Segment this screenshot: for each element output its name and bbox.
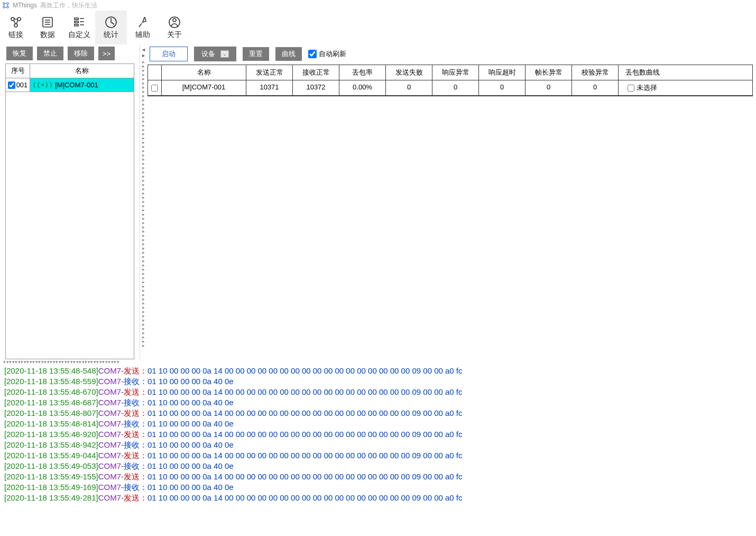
log-panel[interactable]: [2020-11-18 13:55:48-548]COM7-发送：01 10 0…	[0, 365, 756, 534]
toolbar-custom-label: 自定义	[68, 30, 90, 40]
log-direction: 发送：	[124, 472, 147, 481]
stats-row-checkbox[interactable]	[151, 85, 158, 92]
svg-point-1	[7, 3, 9, 5]
stats-row-sendok: 10371	[246, 80, 293, 95]
log-hex: 01 10 00 00 00 0a 40 0e	[147, 377, 234, 386]
vertical-splitter[interactable]: ◂ ▸ ▸▸▸▸▸▸▸▸▸▸▸▸▸▸▸▸▸▸▸▸▸▸▸▸▸▸▸▸▸▸▸▸▸▸▸▸…	[140, 44, 146, 359]
log-line: [2020-11-18 13:55:48-814]COM7-接收：01 10 0…	[4, 419, 752, 429]
stats-row-sendfail: 0	[386, 80, 432, 95]
stats-row-curve: 未选择	[637, 83, 657, 93]
log-direction: 发送：	[124, 493, 147, 502]
device-row-seq-cell: 001	[6, 78, 30, 92]
log-port: COM7-	[98, 430, 124, 439]
device-row-seq: 001	[16, 81, 28, 89]
toolbar-data[interactable]: 数据	[32, 11, 63, 44]
log-hex: 01 10 00 00 00 0a 14 00 00 00 00 00 00 0…	[147, 430, 463, 439]
toolbar-stats[interactable]: 统计	[95, 11, 127, 44]
log-hex: 01 10 00 00 00 0a 14 00 00 00 00 00 00 0…	[147, 408, 463, 417]
device-dropdown[interactable]: 设备 ⌄	[194, 47, 236, 61]
toolbar-assist[interactable]: 辅助	[127, 11, 159, 44]
restore-button[interactable]: 恢复	[6, 47, 33, 60]
start-button[interactable]: 启动	[150, 47, 188, 61]
toolbar-custom[interactable]: 自定义	[63, 11, 95, 44]
toolbar-stats-label: 统计	[104, 30, 118, 40]
signal-icon: ((•))	[32, 81, 53, 89]
log-line: [2020-11-18 13:55:48-807]COM7-发送：01 10 0…	[4, 408, 752, 419]
log-timestamp: [2020-11-18 13:55:48-687]	[4, 398, 98, 407]
log-line: [2020-11-18 13:55:48-920]COM7-发送：01 10 0…	[4, 429, 752, 440]
svg-rect-10	[75, 24, 78, 26]
forbid-button[interactable]: 禁止	[37, 47, 63, 60]
log-direction: 发送：	[124, 366, 147, 375]
log-port: COM7-	[98, 419, 124, 428]
main-toolbar: 链接 数据 自定义 统计 辅助 关于	[0, 11, 756, 44]
splitter-grip-icon: ▾ ▾ ▾ ▾ ▾ ▾ ▾ ▾ ▾ ▾ ▾ ▾ ▾ ▾ ▾ ▾ ▾ ▾ ▾ ▾ …	[3, 360, 119, 364]
log-direction: 接收：	[124, 419, 147, 428]
splitter-right-arrow-icon: ▸	[142, 52, 145, 58]
device-dropdown-label: 设备	[201, 49, 215, 59]
log-timestamp: [2020-11-18 13:55:49-155]	[4, 472, 98, 481]
hdr-curve: 丢包数曲线	[619, 65, 666, 80]
log-hex: 01 10 00 00 00 0a 40 0e	[147, 461, 234, 470]
forward-button[interactable]: >>	[98, 47, 115, 60]
log-line: [2020-11-18 13:55:49-053]COM7-接收：01 10 0…	[4, 461, 752, 471]
stats-header: 名称 发送正常 接收正常 丢包率 发送失败 响应异常 响应超时 帧长异常 校验异…	[148, 65, 752, 80]
hdr-sendok: 发送正常	[246, 65, 293, 80]
log-direction: 接收：	[124, 377, 147, 386]
log-port: COM7-	[98, 472, 124, 481]
log-line: [2020-11-18 13:55:49-281]COM7-发送：01 10 0…	[4, 493, 752, 503]
log-timestamp: [2020-11-18 13:55:48-942]	[4, 440, 98, 449]
main-area: 恢复 禁止 移除 >> 序号 名称 001 ((•)) [M]COM7-001	[0, 44, 756, 359]
log-timestamp: [2020-11-18 13:55:48-548]	[4, 366, 98, 375]
stats-row-curve-checkbox[interactable]	[628, 85, 634, 92]
hdr-sendfail: 发送失败	[386, 65, 432, 80]
device-row-checkbox[interactable]	[8, 81, 15, 89]
hdr-name: 名称	[162, 65, 246, 80]
hdr-chk	[148, 65, 162, 80]
log-line: [2020-11-18 13:55:48-942]COM7-接收：01 10 0…	[4, 440, 752, 450]
stats-row-curve-cell[interactable]: 未选择	[619, 80, 666, 95]
autorefresh-check[interactable]: 自动刷新	[308, 49, 346, 59]
stats-table: 名称 发送正常 接收正常 丢包率 发送失败 响应异常 响应超时 帧长异常 校验异…	[147, 65, 753, 96]
log-line: [2020-11-18 13:55:48-687]COM7-接收：01 10 0…	[4, 397, 752, 408]
log-port: COM7-	[98, 398, 124, 407]
hdr-resperr: 响应异常	[432, 65, 479, 80]
stats-row-resperr: 0	[432, 80, 479, 95]
log-direction: 接收：	[124, 440, 147, 449]
titlebar: MThings 高效工作，快乐生活	[0, 0, 756, 11]
hdr-recvok: 接收正常	[293, 65, 339, 80]
log-direction: 发送：	[124, 408, 147, 417]
log-line: [2020-11-18 13:55:49-044]COM7-发送：01 10 0…	[4, 450, 752, 461]
hdr-seq: 序号	[6, 64, 30, 78]
curve-button[interactable]: 曲线	[275, 47, 302, 61]
log-hex: 01 10 00 00 00 0a 40 0e	[147, 398, 234, 407]
horizontal-splitter[interactable]: ▾ ▾ ▾ ▾ ▾ ▾ ▾ ▾ ▾ ▾ ▾ ▾ ▾ ▾ ▾ ▾ ▾ ▾ ▾ ▾ …	[0, 359, 756, 365]
log-direction: 发送：	[124, 387, 147, 396]
toolbar-about[interactable]: 关于	[159, 11, 190, 44]
stats-row[interactable]: [M]COM7-001 10371 10372 0.00% 0 0 0 0 0 …	[148, 80, 752, 96]
autorefresh-checkbox[interactable]	[308, 50, 317, 58]
log-hex: 01 10 00 00 00 0a 40 0e	[147, 483, 234, 492]
custom-icon	[72, 15, 86, 29]
svg-point-2	[3, 6, 5, 8]
log-direction: 接收：	[124, 398, 147, 407]
svg-point-0	[3, 3, 5, 5]
device-row-name: [M]COM7-001	[55, 81, 98, 89]
app-slogan: 高效工作，快乐生活	[40, 1, 97, 10]
device-list-header: 序号 名称	[6, 64, 134, 78]
chevron-down-icon: ⌄	[220, 50, 229, 58]
link-icon	[9, 15, 23, 29]
log-port: COM7-	[98, 493, 124, 502]
log-line: [2020-11-18 13:55:49-155]COM7-发送：01 10 0…	[4, 471, 752, 482]
svg-rect-9	[75, 21, 78, 23]
device-list-row[interactable]: 001 ((•)) [M]COM7-001	[6, 78, 134, 92]
reset-button[interactable]: 重置	[243, 47, 269, 61]
data-icon	[41, 15, 54, 29]
toolbar-link[interactable]: 链接	[0, 11, 32, 44]
hdr-frameerr: 帧长异常	[525, 65, 572, 80]
toolbar-assist-label: 辅助	[135, 30, 150, 40]
remove-button[interactable]: 移除	[68, 47, 94, 60]
splitter-left-arrow-icon: ◂	[142, 47, 145, 52]
log-timestamp: [2020-11-18 13:55:49-281]	[4, 493, 98, 502]
log-direction: 发送：	[124, 451, 147, 460]
